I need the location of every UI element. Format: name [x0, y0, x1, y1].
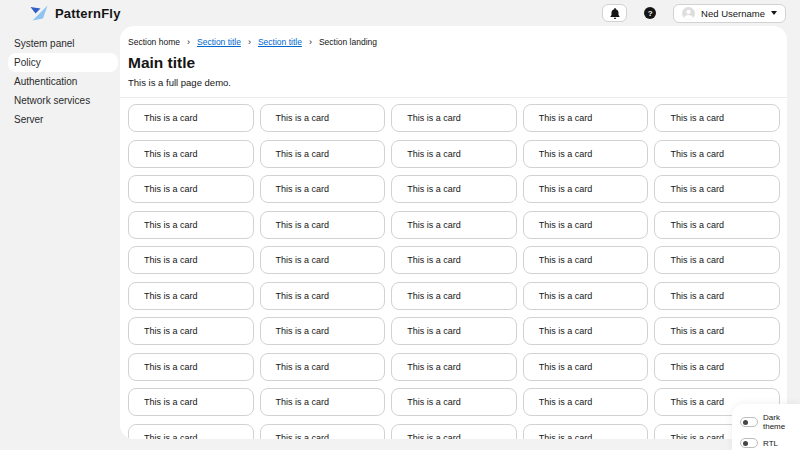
card-title: This is a card	[407, 184, 461, 194]
breadcrumb-separator-icon: ›	[309, 38, 312, 47]
card: This is a card	[523, 246, 649, 274]
card-title: This is a card	[407, 397, 461, 407]
toggle-row-rtl: RTL	[740, 438, 798, 448]
card: This is a card	[260, 424, 386, 440]
card-title: This is a card	[407, 255, 461, 265]
card: This is a card	[523, 211, 649, 239]
card-title: This is a card	[670, 113, 724, 123]
page-title: Main title	[128, 54, 779, 72]
card: This is a card	[391, 175, 517, 203]
card: This is a card	[260, 175, 386, 203]
card: This is a card	[391, 388, 517, 416]
sidebar-item-network-services[interactable]: Network services	[8, 91, 118, 110]
sidebar-item-system-panel[interactable]: System panel	[8, 34, 118, 53]
breadcrumb-item-section-title-1[interactable]: Section title	[197, 37, 241, 47]
help-button[interactable]: ?	[644, 7, 656, 19]
card: This is a card	[654, 175, 780, 203]
card-title: This is a card	[276, 397, 330, 407]
sidebar-item-policy[interactable]: Policy	[8, 53, 118, 72]
card: This is a card	[260, 282, 386, 310]
card-title: This is a card	[670, 184, 724, 194]
card-title: This is a card	[276, 255, 330, 265]
card: This is a card	[128, 424, 254, 440]
page-header: Section home›Section title›Section title…	[120, 26, 787, 98]
card-title: This is a card	[144, 184, 198, 194]
card-title: This is a card	[144, 113, 198, 123]
card: This is a card	[391, 104, 517, 132]
bell-icon	[610, 8, 620, 19]
card-title: This is a card	[407, 149, 461, 159]
card: This is a card	[260, 211, 386, 239]
user-name: Ned Username	[701, 8, 765, 19]
page-subtitle: This is a full page demo.	[128, 77, 779, 88]
card: This is a card	[260, 104, 386, 132]
card: This is a card	[391, 424, 517, 440]
sidebar-item-server[interactable]: Server	[8, 110, 118, 129]
card-title: This is a card	[407, 291, 461, 301]
card-title: This is a card	[407, 326, 461, 336]
card: This is a card	[523, 282, 649, 310]
main-content-panel: Section home›Section title›Section title…	[120, 26, 787, 439]
patternfly-demo-page: { "masthead": { "brand": "PatternFly", "…	[0, 0, 800, 450]
masthead: PatternFly ? Ned Username	[0, 0, 800, 26]
card: This is a card	[128, 140, 254, 168]
card-title: This is a card	[539, 326, 593, 336]
card-title: This is a card	[670, 362, 724, 372]
user-menu-button[interactable]: Ned Username	[673, 4, 786, 23]
card-title: This is a card	[539, 291, 593, 301]
card-title: This is a card	[539, 220, 593, 230]
card-title: This is a card	[539, 255, 593, 265]
card-title: This is a card	[670, 397, 724, 407]
caret-down-icon	[771, 11, 777, 15]
card-title: This is a card	[670, 291, 724, 301]
theme-toggle-panel: Dark themeRTL	[732, 404, 800, 450]
notifications-button[interactable]	[602, 4, 627, 22]
card: This is a card	[391, 246, 517, 274]
avatar	[682, 7, 695, 20]
cards-grid: This is a cardThis is a cardThis is a ca…	[120, 98, 787, 439]
card: This is a card	[128, 104, 254, 132]
masthead-toolbar: ? Ned Username	[602, 4, 786, 23]
card-title: This is a card	[144, 220, 198, 230]
card: This is a card	[260, 388, 386, 416]
card: This is a card	[523, 388, 649, 416]
brand[interactable]: PatternFly	[30, 5, 121, 21]
card-title: This is a card	[276, 291, 330, 301]
card: This is a card	[523, 317, 649, 345]
card-title: This is a card	[539, 433, 593, 440]
card-title: This is a card	[144, 326, 198, 336]
card: This is a card	[128, 317, 254, 345]
card-title: This is a card	[539, 113, 593, 123]
breadcrumb: Section home›Section title›Section title…	[128, 37, 779, 47]
card: This is a card	[391, 317, 517, 345]
card-title: This is a card	[407, 113, 461, 123]
card-title: This is a card	[144, 255, 198, 265]
card: This is a card	[391, 353, 517, 381]
card: This is a card	[523, 424, 649, 440]
card: This is a card	[128, 282, 254, 310]
card-title: This is a card	[539, 362, 593, 372]
card: This is a card	[260, 140, 386, 168]
card: This is a card	[260, 246, 386, 274]
card-title: This is a card	[276, 362, 330, 372]
card-title: This is a card	[670, 326, 724, 336]
card-title: This is a card	[670, 220, 724, 230]
card: This is a card	[654, 353, 780, 381]
card-title: This is a card	[144, 149, 198, 159]
dark-theme-label: Dark theme	[763, 413, 798, 431]
sidebar-nav: System panelPolicyAuthenticationNetwork …	[0, 26, 120, 450]
rtl-switch[interactable]	[740, 438, 758, 448]
breadcrumb-item-section-home-0: Section home	[128, 37, 180, 47]
card: This is a card	[391, 140, 517, 168]
card: This is a card	[128, 353, 254, 381]
sidebar-item-authentication[interactable]: Authentication	[8, 72, 118, 91]
card: This is a card	[128, 246, 254, 274]
breadcrumb-item-section-title-2[interactable]: Section title	[258, 37, 302, 47]
card-title: This is a card	[407, 433, 461, 440]
card: This is a card	[391, 282, 517, 310]
dark-theme-switch[interactable]	[740, 417, 758, 427]
card-title: This is a card	[670, 433, 724, 440]
card: This is a card	[128, 175, 254, 203]
card-title: This is a card	[276, 326, 330, 336]
switch-knob	[743, 420, 748, 425]
